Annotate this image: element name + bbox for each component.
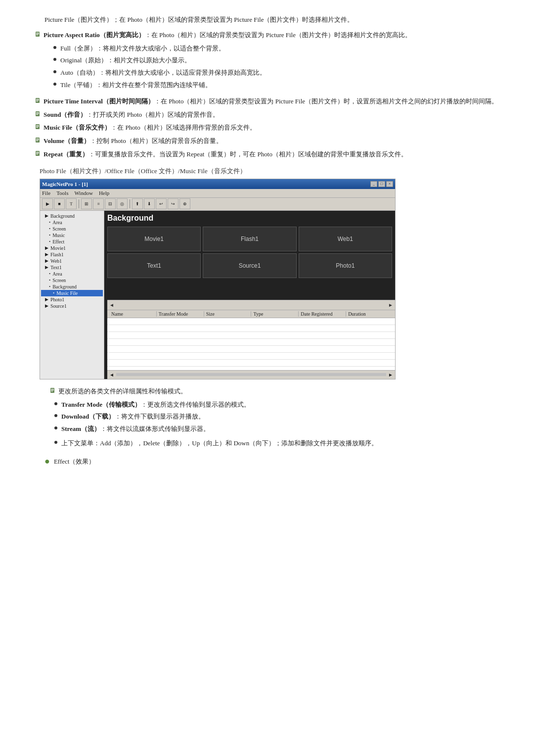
window-buttons[interactable]: _ □ × xyxy=(370,181,393,187)
tree-node-label: Source1 xyxy=(50,303,67,309)
tree-node-label: Screen xyxy=(52,226,66,232)
table-col-duration: Duration xyxy=(346,311,393,317)
menu-item-help[interactable]: Help xyxy=(99,190,109,196)
tree-node-label: Flash1 xyxy=(50,252,64,257)
svg-rect-15 xyxy=(36,127,38,128)
dot-icon xyxy=(54,426,57,429)
table-row xyxy=(107,332,395,339)
toolbar-btn-10[interactable]: ↩ xyxy=(156,198,167,209)
tree-node-icon: ▶ xyxy=(45,303,48,308)
sidebar-item-photo1[interactable]: ▶Photo1 xyxy=(41,296,103,303)
svg-rect-9 xyxy=(36,112,39,113)
window-menubar: FileToolsWindowHelp xyxy=(40,189,395,198)
close-button[interactable]: × xyxy=(386,181,393,187)
sidebar-item-source1[interactable]: ▶Source1 xyxy=(41,303,103,309)
page-icon xyxy=(35,97,44,106)
svg-rect-7 xyxy=(36,101,38,101)
toolbar-btn-12[interactable]: ⊕ xyxy=(179,198,190,209)
menu-item-window[interactable]: Window xyxy=(74,190,92,196)
sidebar-item-music[interactable]: •Music xyxy=(41,232,103,238)
menu-item-file[interactable]: File xyxy=(42,190,50,196)
tree-node-icon: ▶ xyxy=(45,252,48,257)
toolbar-btn-2[interactable]: ■ xyxy=(54,198,65,209)
sidebar-item-web1[interactable]: ▶Web1 xyxy=(41,258,103,264)
grid-cell-movie1[interactable]: Movie1 xyxy=(107,227,201,251)
menu-item-tools[interactable]: Tools xyxy=(56,190,68,196)
effect-section: ● Effect（效果） xyxy=(44,457,504,467)
svg-rect-11 xyxy=(36,114,38,115)
table-row xyxy=(107,360,395,367)
svg-rect-10 xyxy=(36,113,39,114)
tree-node-label: Effect xyxy=(52,239,64,244)
bullet-item-picture-aspect-ratio: Picture Aspect Ratio（图片宽高比）：在 Photo（相片）区… xyxy=(30,30,504,94)
window-main-area: Background Movie1Flash1Web1Text1Source1P… xyxy=(104,211,395,379)
svg-rect-25 xyxy=(51,389,54,389)
window-titlebar: MagicNetPro 1 - [1] _ □ × xyxy=(40,179,395,189)
grid-cell-text1[interactable]: Text1 xyxy=(107,253,201,278)
svg-rect-18 xyxy=(36,140,39,140)
sidebar-item-text1[interactable]: ▶Text1 xyxy=(41,264,103,271)
bullet-item-picture-time-interval: Picture Time Interval（图片时间间隔）：在 Photo（相片… xyxy=(30,96,504,107)
tree-node-label: Movie1 xyxy=(50,245,66,251)
minimize-button[interactable]: _ xyxy=(370,181,377,187)
table-col-size: Size xyxy=(204,311,252,317)
sidebar-item-effect[interactable]: •Effect xyxy=(41,238,103,245)
window-content: ▶Background•Area•Screen•Music•Effect▶Mov… xyxy=(40,211,395,379)
sidebar-item-area[interactable]: •Area xyxy=(41,271,103,277)
tree-node-label: Background xyxy=(50,213,75,219)
tree-node-icon: • xyxy=(49,271,50,276)
toolbar-btn-8[interactable]: ⬆ xyxy=(132,198,143,209)
tree-node-icon: • xyxy=(49,226,50,231)
toolbar-btn-11[interactable]: ↪ xyxy=(168,198,178,209)
toolbar-btn-3[interactable]: T xyxy=(66,198,77,209)
svg-rect-26 xyxy=(51,390,54,390)
grid-cell-source1[interactable]: Source1 xyxy=(203,253,296,278)
sidebar-item-area[interactable]: •Area xyxy=(41,219,103,226)
tree-node-icon: • xyxy=(53,290,54,295)
svg-rect-27 xyxy=(51,391,53,391)
transfer-item: Stream（流）：将文件以流媒体形式传输到显示器。 xyxy=(54,424,504,434)
transfer-item: Download（下载）：将文件下载到显示器并播放。 xyxy=(54,412,504,422)
toolbar-btn-9[interactable]: ⬇ xyxy=(144,198,155,209)
tree-node-label: Music File xyxy=(56,290,78,296)
toolbar-btn-1[interactable]: ▶ xyxy=(42,198,53,209)
bullet-item-volume: Volume（音量）：控制 Photo（相片）区域的背景音乐的音量。 xyxy=(30,136,504,146)
svg-rect-3 xyxy=(36,35,38,35)
grid-cell-flash1[interactable]: Flash1 xyxy=(203,227,296,251)
effect-bullet-icon: ● xyxy=(44,457,50,466)
description-item: 更改所选的各类文件的详细属性和传输模式。 xyxy=(44,386,504,397)
context-menu-item: 上下文菜单：Add（添加），Delete（删除），Up（向上）和 Down（向下… xyxy=(54,438,504,449)
toolbar-btn-4[interactable]: ⊞ xyxy=(81,198,92,209)
sidebar-item-background[interactable]: •Background xyxy=(41,284,103,290)
toolbar-btn-6[interactable]: ⊟ xyxy=(105,198,116,209)
sub-bullets-picture-aspect-ratio: Full（全屏）：将相片文件放大或缩小，以适合整个背景。 Original（原始… xyxy=(53,44,504,91)
dot-icon xyxy=(54,414,57,417)
tree-node-icon: ▶ xyxy=(45,258,48,263)
svg-rect-1 xyxy=(36,33,39,33)
table-row xyxy=(107,346,395,353)
sidebar-item-background[interactable]: ▶Background xyxy=(41,213,103,219)
grid-cell-web1[interactable]: Web1 xyxy=(299,227,392,251)
sub-bullet: Full（全屏）：将相片文件放大或缩小，以适合整个背景。 xyxy=(53,44,504,54)
svg-rect-22 xyxy=(36,153,39,153)
table-row xyxy=(107,353,395,360)
content-grid: Movie1Flash1Web1Text1Source1Photo1 xyxy=(107,227,392,278)
sidebar-item-screen[interactable]: •Screen xyxy=(41,226,103,232)
svg-rect-17 xyxy=(36,139,39,139)
sub-bullet: Auto（自动）：将相片文件放大或缩小，以适应背景并保持原始高宽比。 xyxy=(53,68,504,78)
sidebar-item-music-file[interactable]: •Music File xyxy=(41,290,103,296)
svg-rect-2 xyxy=(36,34,39,34)
sidebar-item-movie1[interactable]: ▶Movie1 xyxy=(41,245,103,251)
toolbar-btn-7[interactable]: ◎ xyxy=(117,198,128,209)
sidebar-item-flash1[interactable]: ▶Flash1 xyxy=(41,251,103,258)
toolbar-btn-5[interactable]: ≡ xyxy=(93,198,104,209)
maximize-button[interactable]: □ xyxy=(378,181,385,187)
bullet-item-sound: Sound（作音）：打开或关闭 Photo（相片）区域的背景作音。 xyxy=(30,110,504,120)
svg-rect-6 xyxy=(36,100,39,100)
sidebar-item-screen[interactable]: •Screen xyxy=(41,277,103,284)
intro-paragraph: Picture File（图片文件）；在 Photo（相片）区域的背景类型设置为… xyxy=(44,15,504,25)
tree-node-label: Area xyxy=(52,220,62,225)
grid-cell-photo1[interactable]: Photo1 xyxy=(299,253,392,278)
tree-node-icon: • xyxy=(49,278,50,283)
dot-icon xyxy=(53,70,56,73)
